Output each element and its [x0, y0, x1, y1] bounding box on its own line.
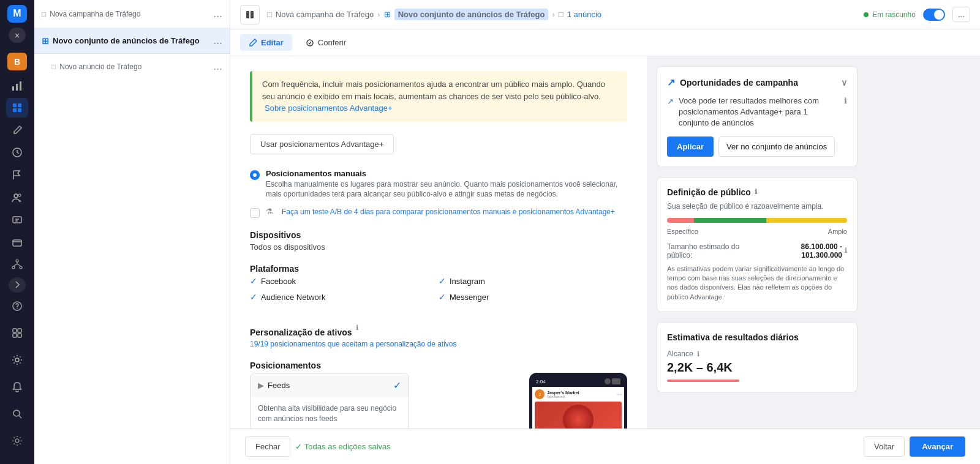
- daily-estimate-card: Estimativa de resultados diários Alcance…: [657, 322, 858, 392]
- definition-sub: Sua seleção de público é razoavelmente a…: [667, 202, 847, 211]
- ab-test-checkbox[interactable]: [250, 208, 260, 218]
- manual-radio[interactable]: [250, 170, 260, 180]
- definition-info-icon[interactable]: ℹ: [755, 188, 757, 196]
- back-button[interactable]: Voltar: [864, 436, 905, 457]
- audience-definition-card: Definição de público ℹ Sua seleção de pú…: [657, 177, 858, 313]
- analytics-icon[interactable]: [6, 75, 28, 95]
- org-icon[interactable]: [6, 255, 28, 275]
- feeds-check-icon[interactable]: ✓: [393, 380, 401, 391]
- broad-label: Amplo: [828, 228, 847, 235]
- close-button[interactable]: Fechar: [245, 436, 290, 457]
- reach-info-icon[interactable]: ℹ: [697, 350, 699, 358]
- svg-rect-6: [13, 217, 21, 223]
- svg-rect-7: [13, 240, 21, 246]
- campaign-folder-icon: □: [42, 10, 46, 18]
- phone-preview: 2:04 J Jasper's Market Spo: [529, 373, 627, 428]
- breadcrumb-campaign[interactable]: Nova campanha de Tráfego: [276, 10, 374, 19]
- form-panel: Com frequência, incluir mais posicioname…: [230, 56, 647, 428]
- pencil-icon[interactable]: [6, 120, 28, 140]
- manual-desc: Escolha manualmente os lugares para most…: [266, 179, 627, 200]
- feeds-expand-icon[interactable]: ▶: [258, 381, 264, 390]
- svg-point-17: [15, 358, 19, 362]
- messenger-label: Messenger: [450, 293, 489, 302]
- settings-icon[interactable]: [6, 349, 28, 371]
- campaign-header: □ Nova campanha de Tráfego ...: [34, 0, 230, 28]
- view-adset-button[interactable]: Ver no conjunto de anúncios: [718, 137, 835, 157]
- ad-row[interactable]: □ Novo anúncio de Tráfego ...: [34, 54, 230, 79]
- info-box: Com frequência, incluir mais posicioname…: [250, 71, 627, 122]
- bell-icon[interactable]: [6, 376, 28, 398]
- ab-test-link[interactable]: Faça um teste A/B de 4 dias para compara…: [282, 208, 615, 216]
- svg-rect-21: [251, 11, 254, 18]
- platforms-grid: ✓ Facebook ✓ Instagram ✓ Audience Networ…: [250, 276, 627, 305]
- customization-info-icon[interactable]: ℹ: [356, 324, 358, 332]
- campaign-panel: □ Nova campanha de Tráfego ... ⊞ Novo co…: [34, 0, 230, 464]
- customization-count: 19/19 posicionamentos que aceitam a pers…: [250, 340, 627, 348]
- left-sidebar: M × B: [0, 0, 34, 464]
- ab-test-icon: ⚗: [266, 207, 273, 216]
- draft-toggle[interactable]: [923, 9, 945, 21]
- reach-bar: [667, 380, 739, 382]
- layout-toggle-button[interactable]: [240, 5, 260, 24]
- instagram-check[interactable]: ✓: [439, 276, 446, 286]
- audience-network-check[interactable]: ✓: [250, 292, 257, 302]
- svg-rect-15: [13, 334, 17, 337]
- campaign-more-button[interactable]: ...: [213, 7, 222, 20]
- breadcrumb: □ Nova campanha de Tráfego › ⊞ Novo conj…: [267, 9, 601, 20]
- meta-logo: M: [7, 5, 27, 23]
- audience-size-label: Tamanho estimado do público:: [667, 242, 762, 260]
- opportunity-text: Você pode ter resultados melhores com po…: [679, 95, 839, 129]
- svg-rect-14: [18, 329, 21, 332]
- apply-button[interactable]: Aplicar: [667, 137, 714, 157]
- opportunity-title: Oportunidades de campanha: [680, 78, 798, 88]
- adset-row[interactable]: ⊞ Novo conjunto de anúncios de Tráfego .…: [34, 28, 230, 54]
- campaign-title: Nova campanha de Tráfego: [50, 10, 140, 18]
- billing-icon[interactable]: [6, 232, 28, 252]
- status-indicator: [864, 12, 869, 17]
- grid-icon[interactable]: [6, 322, 28, 344]
- next-button[interactable]: Avançar: [910, 436, 965, 457]
- right-panel: ↗ Oportunidades de campanha ∨ ↗ Você pod…: [647, 56, 867, 428]
- customization-title: Personalização de ativos: [250, 327, 352, 337]
- account-icon: B: [7, 53, 27, 70]
- opportunity-buttons: Aplicar Ver no conjunto de anúncios: [667, 137, 847, 157]
- help-icon[interactable]: [6, 295, 28, 317]
- adset-title: Novo conjunto de anúncios de Tráfego: [53, 36, 200, 45]
- edit-label: Editar: [261, 38, 284, 47]
- customization-header: Personalização de ativos ℹ: [250, 315, 627, 340]
- svg-point-5: [18, 194, 21, 196]
- feeds-desc: Obtenha alta visibilidade para seu negóc…: [251, 397, 409, 428]
- opportunity-content-icon: ↗: [667, 96, 674, 107]
- people-icon[interactable]: [6, 187, 28, 208]
- audience-network-label: Audience Network: [261, 293, 326, 302]
- opportunity-expand-icon[interactable]: ∨: [841, 78, 847, 88]
- clock-icon[interactable]: [6, 143, 28, 163]
- info-link[interactable]: Sobre posicionamentos Advantage+: [265, 103, 393, 113]
- breadcrumb-adset: Novo conjunto de anúncios de Tráfego: [394, 9, 549, 20]
- svg-rect-1: [16, 84, 18, 91]
- expand-icon[interactable]: [9, 277, 26, 293]
- more-options-button[interactable]: ...: [952, 7, 970, 22]
- audience-size-info-icon[interactable]: ℹ: [845, 247, 847, 255]
- edit-button[interactable]: Editar: [240, 34, 292, 51]
- adset-more-button[interactable]: ...: [213, 34, 222, 47]
- flag-icon[interactable]: [6, 165, 28, 185]
- review-button[interactable]: Conferir: [297, 34, 355, 51]
- facebook-label: Facebook: [261, 277, 296, 286]
- opportunity-card: ↗ Oportunidades de campanha ∨ ↗ Você pod…: [657, 66, 858, 167]
- search-icon[interactable]: [6, 403, 28, 425]
- opportunity-info-icon: ℹ: [844, 95, 847, 107]
- facebook-check[interactable]: ✓: [250, 276, 257, 286]
- advantage-plus-button[interactable]: Usar posicionamentos Advantage+: [250, 134, 394, 154]
- platform-messenger: ✓ Messenger: [439, 292, 627, 302]
- platform-instagram: ✓ Instagram: [439, 276, 627, 286]
- breadcrumb-ad[interactable]: 1 anúncio: [567, 10, 601, 19]
- ad-more-button[interactable]: ...: [213, 60, 222, 73]
- audience-bar-labels: Específico Amplo: [667, 228, 847, 235]
- devices-title: Dispositivos: [250, 230, 627, 240]
- gear-icon[interactable]: [6, 430, 28, 452]
- messenger-check[interactable]: ✓: [439, 292, 446, 302]
- campaigns-icon[interactable]: [6, 98, 28, 118]
- ads-icon[interactable]: [6, 210, 28, 230]
- close-sidebar-button[interactable]: ×: [9, 28, 26, 43]
